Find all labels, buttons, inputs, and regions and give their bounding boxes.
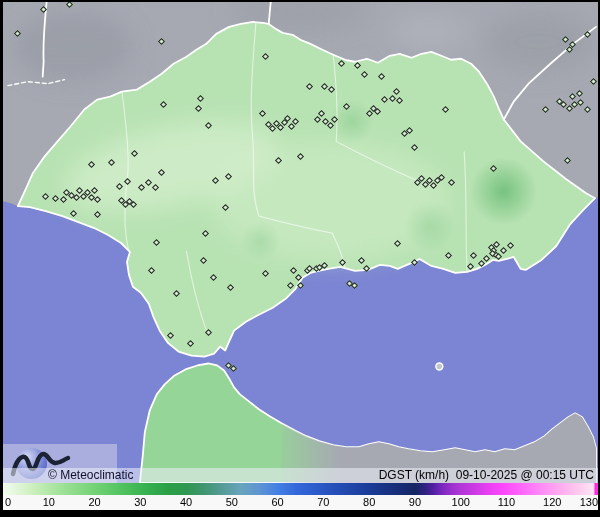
scale-tick-130: 130 [580, 496, 598, 508]
copyright-label: © Meteoclimatic [48, 468, 134, 483]
scale-tick-20: 20 [88, 496, 100, 508]
bottom-black-bar [0, 510, 600, 517]
color-scale-tick-labels: 0102030405060708090100110120130 [3, 495, 598, 510]
scale-tick-110: 110 [498, 496, 516, 508]
alboran-island [436, 363, 443, 370]
scale-tick-40: 40 [180, 496, 192, 508]
andalusia-wind-gust-map [3, 2, 598, 483]
scale-tick-100: 100 [452, 496, 470, 508]
legend-title: DGST (km/h) 09-10-2025 @ 00:15 UTC [379, 468, 594, 483]
wind-gust-color-scale [3, 483, 598, 495]
scale-tick-30: 30 [134, 496, 146, 508]
scale-tick-70: 70 [317, 496, 329, 508]
weather-map-window: © Meteoclimatic DGST (km/h) 09-10-2025 @… [0, 0, 600, 517]
footer-strip: © Meteoclimatic DGST (km/h) 09-10-2025 @… [3, 468, 598, 483]
scale-tick-60: 60 [271, 496, 283, 508]
scale-tick-120: 120 [543, 496, 561, 508]
map-area [3, 2, 598, 483]
scale-tick-50: 50 [226, 496, 238, 508]
scale-tick-90: 90 [409, 496, 421, 508]
scale-tick-10: 10 [43, 496, 55, 508]
scale-tick-80: 80 [363, 496, 375, 508]
scale-tick-0: 0 [5, 496, 11, 508]
